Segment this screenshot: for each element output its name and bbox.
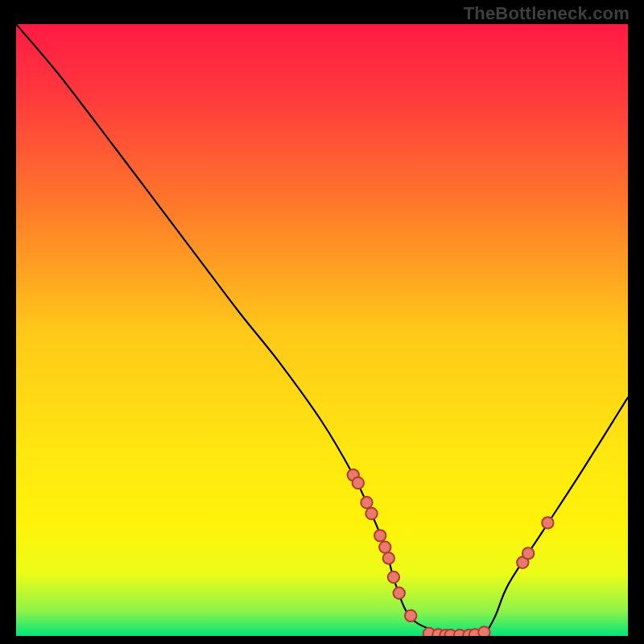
chart-root: TheBottleneck.com (0, 0, 644, 644)
data-marker (388, 572, 399, 583)
plot-area (16, 24, 628, 636)
data-marker (383, 552, 394, 564)
data-marker (394, 588, 405, 599)
data-marker (353, 477, 364, 489)
data-marker (542, 517, 553, 528)
data-marker (374, 530, 386, 541)
watermark-text: TheBottleneck.com (464, 3, 630, 24)
data-marker (478, 626, 489, 636)
data-marker (405, 610, 416, 621)
chart-svg (16, 24, 628, 636)
gradient-background (16, 24, 628, 636)
data-marker (379, 542, 390, 553)
data-marker (365, 508, 377, 519)
data-marker (361, 497, 372, 508)
data-marker (522, 547, 534, 559)
